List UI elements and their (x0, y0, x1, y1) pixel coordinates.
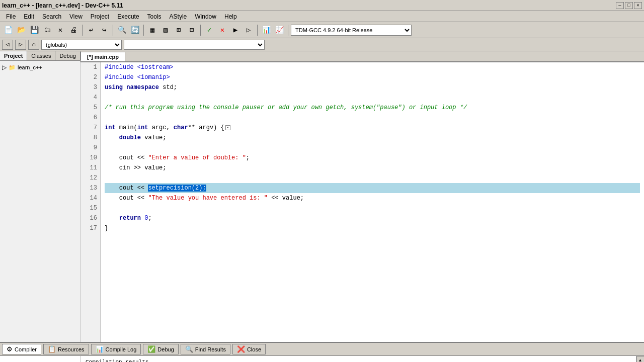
close-tab-icon: ❌ (237, 345, 245, 353)
tab-debug-label: Debug (157, 346, 174, 352)
scope-fwd-button[interactable]: ▷ (15, 40, 26, 50)
menu-view[interactable]: View (65, 12, 87, 21)
bottom-content: Abort Compilation Shorten compiler paths… (0, 356, 644, 362)
menu-tools[interactable]: Tools (143, 12, 166, 21)
right-scrollbar[interactable]: ▲ ▼ (636, 356, 644, 362)
find-button[interactable]: 🔍 (116, 24, 128, 36)
project-tree: ▷ 📁 learn_c++ (0, 61, 80, 74)
close-button[interactable]: ✕ (634, 2, 642, 9)
code-container[interactable]: 1 2 3 4 5 6 7 8 9 10 11 12 13 14 15 16 1… (80, 62, 644, 342)
bottom-tab-bar: ⚙ Compiler 📋 Resources 📊 Compile Log ✅ D… (0, 343, 644, 356)
replace-button[interactable]: 🔄 (129, 24, 141, 36)
tab-close[interactable]: ❌ Close (232, 344, 266, 354)
tab-close-label: Close (247, 346, 261, 352)
menu-execute[interactable]: Execute (113, 12, 143, 21)
run-button[interactable]: ▶ (229, 24, 242, 36)
find-results-icon: 🔍 (185, 345, 193, 353)
title-bar: learn_c++ - [learn_c++.dev] - Dev-C++ 5.… (0, 0, 644, 11)
save-file-button[interactable]: 💾 (28, 24, 40, 36)
tab-classes[interactable]: Classes (27, 51, 55, 60)
minimize-button[interactable]: ─ (616, 2, 624, 9)
tab-compile-log[interactable]: 📊 Compile Log (91, 344, 141, 354)
toolbar-sep-2 (113, 25, 113, 36)
grid2-button[interactable]: ⊟ (186, 24, 198, 36)
line-numbers: 1 2 3 4 5 6 7 8 9 10 11 12 13 14 15 16 1… (80, 62, 101, 342)
code-editor[interactable]: #include <iostream> #include <iomanip> u… (101, 62, 644, 342)
tab-compile-log-label: Compile Log (106, 346, 137, 352)
menu-window[interactable]: Window (191, 12, 220, 21)
secondary-toolbar: ◁ ▷ ⌂ (globals) (0, 38, 644, 51)
main-layout: Project Classes Debug ▷ 📁 learn_c++ [*] … (0, 51, 644, 342)
compiler-icon: ⚙ (7, 345, 13, 353)
print-button[interactable]: 🖨 (67, 24, 79, 36)
debug-icon: ✅ (147, 345, 155, 353)
toolbar-sep-5 (257, 25, 258, 36)
scroll-up-arrow[interactable]: ▲ (636, 356, 645, 362)
scope-back-button[interactable]: ◁ (2, 40, 13, 50)
open-file-button[interactable]: 📂 (15, 24, 27, 36)
toolbar-sep-3 (143, 25, 144, 36)
menu-file[interactable]: File (2, 12, 20, 21)
project-icon: 📁 (9, 64, 16, 71)
bottom-panel: ⚙ Compiler 📋 Resources 📊 Compile Log ✅ D… (0, 342, 644, 362)
compilation-output: Compilation results... -------- - Errors… (80, 356, 636, 362)
tab-debug[interactable]: Debug (55, 51, 80, 60)
editor-tab-bar: [*] main.cpp (80, 51, 644, 62)
debug-run-button[interactable]: ▷ (243, 24, 255, 36)
editor-tab-main[interactable]: [*] main.cpp (80, 52, 125, 61)
title-text: learn_c++ - [learn_c++.dev] - Dev-C++ 5.… (2, 2, 123, 9)
tab-resources[interactable]: 📋 Resources (43, 344, 89, 354)
toolbar-sep-4 (200, 25, 201, 36)
menu-search[interactable]: Search (38, 12, 65, 21)
menu-project[interactable]: Project (87, 12, 113, 21)
menu-bar: File Edit Search View Project Execute To… (0, 11, 644, 22)
tab-debug-bottom[interactable]: ✅ Debug (143, 344, 178, 354)
menu-help[interactable]: Help (220, 12, 241, 21)
window-controls: ─ □ ✕ (616, 2, 642, 9)
editor-area: [*] main.cpp 1 2 3 4 5 6 7 8 9 10 11 12 … (80, 51, 644, 342)
tree-item-root[interactable]: ▷ 📁 learn_c++ (2, 63, 78, 72)
symbol-dropdown[interactable] (124, 40, 265, 50)
tab-resources-label: Resources (58, 346, 85, 352)
compile-button[interactable]: ✓ (203, 24, 215, 36)
chart2-button[interactable]: 📈 (273, 24, 285, 36)
toolbar-sep-1 (82, 25, 83, 36)
left-panel: Project Classes Debug ▷ 📁 learn_c++ (0, 51, 80, 342)
expand-icon: ▷ (2, 64, 7, 71)
zoom-out-button[interactable]: ▧ (159, 24, 172, 36)
zoom-in-button[interactable]: ▦ (146, 24, 158, 36)
tab-find-results[interactable]: 🔍 Find Results (181, 344, 230, 354)
chart-button[interactable]: 📊 (260, 24, 272, 36)
scope-home-button[interactable]: ⌂ (28, 40, 39, 50)
compiler-select[interactable]: TDM-GCC 4.9.2 64-bit Release (291, 25, 412, 36)
toolbar-sep-6 (288, 25, 288, 36)
panel-tabs: Project Classes Debug (0, 51, 80, 61)
undo-button[interactable]: ↩ (85, 24, 97, 36)
compile-log-icon: 📊 (96, 345, 104, 353)
save-all-button[interactable]: 🗂 (41, 24, 53, 36)
scope-dropdown[interactable]: (globals) (41, 40, 122, 50)
grid-button[interactable]: ⊞ (173, 24, 185, 36)
resources-icon: 📋 (48, 345, 56, 353)
menu-edit[interactable]: Edit (20, 12, 38, 21)
output-line-1: Compilation results... (86, 359, 631, 362)
menu-astyle[interactable]: AStyle (166, 12, 191, 21)
stop-button[interactable]: ✕ (216, 24, 228, 36)
tab-compiler[interactable]: ⚙ Compiler (2, 344, 41, 354)
tab-compiler-label: Compiler (15, 346, 37, 352)
tab-project[interactable]: Project (0, 51, 27, 60)
close-file-button[interactable]: ✕ (54, 24, 66, 36)
left-bottom-panel: Abort Compilation Shorten compiler paths (0, 356, 80, 362)
main-toolbar: 📄 📂 💾 🗂 ✕ 🖨 ↩ ↪ 🔍 🔄 ▦ ▧ ⊞ ⊟ ✓ ✕ ▶ ▷ 📊 📈 … (0, 22, 644, 38)
redo-button[interactable]: ↪ (98, 24, 110, 36)
project-name[interactable]: learn_c++ (18, 64, 42, 70)
maximize-button[interactable]: □ (625, 2, 633, 9)
new-file-button[interactable]: 📄 (2, 24, 14, 36)
tab-find-results-label: Find Results (195, 346, 226, 352)
